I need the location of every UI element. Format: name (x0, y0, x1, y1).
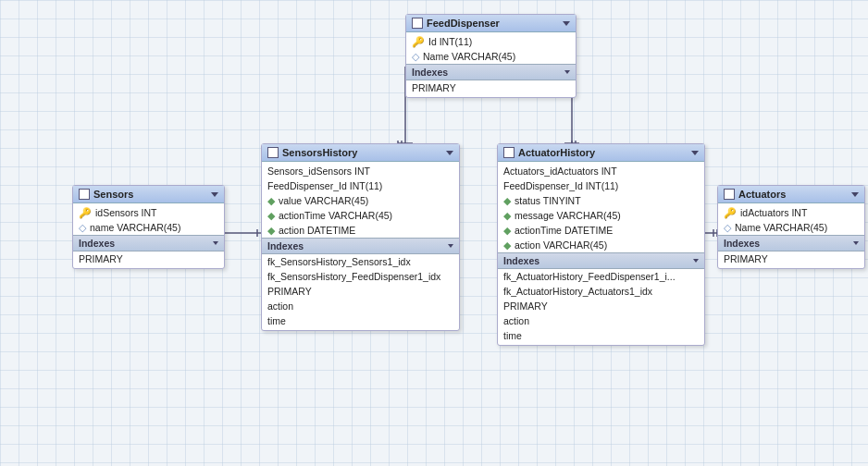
dot-icon: ◆ (503, 195, 511, 207)
dot-icon: ◆ (267, 210, 275, 222)
actuators-arrow-icon[interactable] (851, 192, 859, 197)
table-sensors-body: 🔑 idSensors INT ◇ name VARCHAR(45) Index… (73, 203, 224, 268)
table-sensors-title: Sensors (93, 189, 133, 200)
table-row: ◇ name VARCHAR(45) (73, 220, 224, 235)
table-row: ◆ actionTime DATETIME (498, 223, 704, 238)
table-row: Actuators_idActuators INT (498, 164, 704, 178)
table-row: PRIMARY (262, 284, 459, 299)
table-row: action (262, 299, 459, 313)
table-feeddispenser-title: FeedDispenser (427, 18, 500, 29)
dot-icon: ◆ (267, 225, 275, 237)
indexes-section: Indexes (718, 235, 864, 251)
indexes-section: Indexes (73, 235, 224, 251)
indexes-section: Indexes (262, 238, 459, 254)
table-actuatorhistory-header: ActuatorHistory (498, 144, 704, 162)
table-actuators-title: Actuators (738, 189, 786, 200)
table-actuators-header: Actuators (718, 186, 864, 203)
indexes-arrow-icon (213, 241, 218, 245)
table-row: ◆ action DATETIME (262, 223, 459, 238)
table-feeddispenser: FeedDispenser 🔑 Id INT(11) ◇ Name VARCHA… (405, 14, 577, 98)
table-icon (79, 189, 90, 200)
sensors-arrow-icon[interactable] (211, 192, 218, 197)
table-feeddispenser-header: FeedDispenser (406, 15, 576, 32)
indexes-arrow-icon (564, 70, 570, 74)
pk-icon: 🔑 (412, 36, 425, 48)
indexes-arrow-icon (448, 244, 453, 248)
table-row: ◆ actionTime VARCHAR(45) (262, 208, 459, 223)
table-row: ◆ value VARCHAR(45) (262, 193, 459, 208)
table-sensorshistory-body: Sensors_idSensors INT FeedDispenser_Id I… (262, 162, 459, 330)
dot-icon: ◆ (503, 225, 511, 237)
table-actuators-body: 🔑 idActuators INT ◇ Name VARCHAR(45) Ind… (718, 203, 864, 268)
table-row: PRIMARY (498, 299, 704, 313)
table-row: ◆ status TINYINT (498, 193, 704, 208)
table-row: 🔑 idSensors INT (73, 205, 224, 220)
table-row: 🔑 idActuators INT (718, 205, 864, 220)
table-row: fk_ActuatorHistory_Actuators1_idx (498, 284, 704, 299)
table-row: Sensors_idSensors INT (262, 164, 459, 178)
table-row: time (498, 328, 704, 343)
table-icon (724, 189, 735, 200)
table-row: ◆ action VARCHAR(45) (498, 238, 704, 252)
indexes-arrow-icon (853, 241, 859, 245)
table-row: PRIMARY (73, 251, 224, 266)
sensorshistory-arrow-icon[interactable] (446, 151, 453, 155)
table-row: fk_ActuatorHistory_FeedDispenser1_i... (498, 269, 704, 284)
indexes-arrow-icon (693, 259, 699, 263)
table-actuatorhistory-body: Actuators_idActuators INT FeedDispenser_… (498, 162, 704, 345)
pk-icon: 🔑 (79, 207, 92, 219)
table-sensors-header: Sensors (73, 186, 224, 203)
table-actuatorhistory-title: ActuatorHistory (518, 147, 595, 158)
table-row: time (262, 313, 459, 328)
table-icon (412, 18, 423, 29)
table-icon (267, 147, 279, 158)
table-row: fk_SensorsHistory_Sensors1_idx (262, 254, 459, 269)
dot-icon: ◆ (267, 195, 275, 207)
table-row: FeedDispenser_Id INT(11) (262, 178, 459, 193)
table-sensorshistory-title: SensorsHistory (282, 147, 357, 158)
indexes-section: Indexes (406, 64, 576, 80)
table-icon (503, 147, 515, 158)
actuatorhistory-arrow-icon[interactable] (691, 151, 699, 155)
table-row: 🔑 Id INT(11) (406, 34, 576, 49)
fk-icon: ◇ (724, 222, 731, 234)
table-feeddispenser-body: 🔑 Id INT(11) ◇ Name VARCHAR(45) Indexes … (406, 32, 576, 97)
table-sensorshistory-header: SensorsHistory (262, 144, 459, 162)
table-actuators: Actuators 🔑 idActuators INT ◇ Name VARCH… (717, 185, 865, 269)
table-actuatorhistory: ActuatorHistory Actuators_idActuators IN… (497, 143, 705, 346)
dot-icon: ◆ (503, 239, 511, 251)
fk-icon: ◇ (412, 51, 419, 63)
fk-icon: ◇ (79, 222, 86, 234)
table-sensorshistory: SensorsHistory Sensors_idSensors INT Fee… (261, 143, 460, 331)
table-row: ◇ Name VARCHAR(45) (718, 220, 864, 235)
table-row: action (498, 313, 704, 328)
feeddispenser-arrow-icon[interactable] (563, 21, 570, 26)
table-sensors: Sensors 🔑 idSensors INT ◇ name VARCHAR(4… (72, 185, 225, 269)
indexes-section: Indexes (498, 252, 704, 269)
table-row: PRIMARY (718, 251, 864, 266)
table-row: ◆ message VARCHAR(45) (498, 208, 704, 223)
table-row: FeedDispenser_Id INT(11) (498, 178, 704, 193)
dot-icon: ◆ (503, 210, 511, 222)
table-row: fk_SensorsHistory_FeedDispenser1_idx (262, 269, 459, 284)
table-row: PRIMARY (406, 80, 576, 95)
table-row: ◇ Name VARCHAR(45) (406, 49, 576, 64)
pk-icon: 🔑 (724, 207, 737, 219)
